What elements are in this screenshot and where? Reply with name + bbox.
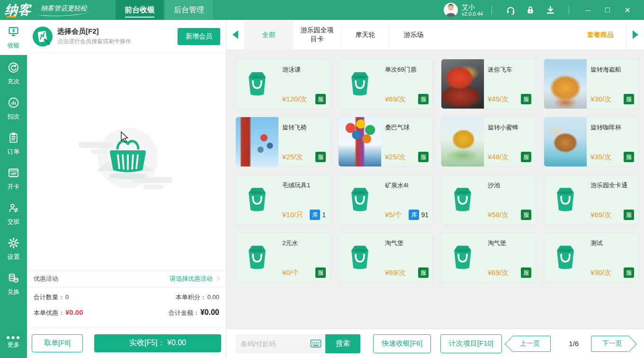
tab-back-office[interactable]: 后台管理 [165,0,213,20]
sidebar-item-shift[interactable]: 交班 [0,198,27,229]
close-button[interactable]: ✕ [620,3,635,17]
product-card[interactable]: 2元水 ¥0/个 服 [235,232,331,283]
amount-value: ¥0.00 [200,308,219,317]
product-card[interactable]: 旋转咖啡杯 ¥35/次 服 [544,117,639,167]
maximize-button[interactable]: □ [600,3,615,17]
svg-text:¥: ¥ [12,28,15,33]
next-page-button[interactable]: 下一页 [591,336,629,352]
product-image [339,117,381,166]
product-price: ¥10/只 [282,211,310,220]
tab-front-cashier[interactable]: 前台收银 [116,0,164,20]
product-type-badge: 服 [521,267,531,278]
product-type-badge: 服 [418,267,429,278]
member-panel: 选择会员[F2] 点击进行会员搜索或刷卡操作 新增会员 [27,20,226,358]
category-tab-all[interactable]: 全部 [244,20,293,49]
shopping-bag-icon [244,186,270,213]
sidebar-item-more[interactable]: ●●● 更多 [0,329,27,355]
support-headset-icon[interactable] [505,4,516,16]
sidebar-item-orders[interactable]: 订单 [0,128,27,159]
product-image [236,59,278,109]
minimize-button[interactable]: ─ [581,3,595,17]
product-card[interactable]: 单次69门票 ¥69/次 服 [338,59,433,109]
sidebar-item-cashier[interactable]: ¥ 收银 [0,20,27,55]
category-bar: 全部 游乐园全项目卡 摩天轮 游乐场 套餐商品 [226,20,644,49]
qty-value: 0 [65,294,69,301]
recharge-icon [7,61,20,76]
sidebar-item-recharge[interactable]: 充次 [0,58,27,89]
hold-order-button[interactable]: 取单[F8] [32,334,83,352]
download-icon[interactable] [545,4,556,16]
product-type-badge: 服 [418,152,429,162]
empty-cart-illustration [72,118,181,196]
lock-icon[interactable] [525,4,536,16]
product-price: ¥69/次 [385,95,418,104]
logo-tagline: 纳客管店更轻松 [38,4,90,16]
deduct-count-icon [7,96,20,111]
exchange-coins-icon [7,272,20,286]
product-card[interactable]: 沙池 ¥58/次 服 [441,174,536,225]
chevron-right-icon [215,276,220,281]
product-name: 游乐园全卡通 [590,181,634,190]
product-price: ¥45/次 [488,95,521,104]
app-logo: 纳客 纳客管店更轻松 [0,0,97,20]
product-image [236,117,278,166]
product-image [236,233,278,282]
product-card[interactable]: 测试 ¥30/次 服 [544,232,639,283]
pagination: 上一页 1/6 下一页 [507,336,635,352]
discount-label: 本单优惠： [34,309,64,317]
member-card-icon [33,27,53,46]
logo-text: 纳客 [5,1,31,18]
add-member-button[interactable]: 新增会员 [178,28,220,45]
product-card[interactable]: 矿泉水4l ¥5/个 库 91 [338,174,433,225]
settings-gear-icon [7,237,20,251]
count-item-button[interactable]: 计次项目[F10] [440,334,502,353]
sidebar-item-open-card[interactable]: VIP 开卡 [0,163,27,194]
product-name: 迷你飞车 [488,65,531,74]
product-card[interactable]: 毛绒玩具1 ¥10/只 库 1 [235,174,331,225]
keyboard-icon[interactable] [310,339,322,349]
product-type-badge: 库 [409,210,419,220]
qty-label: 合计数量： [34,293,64,302]
product-image [236,175,278,224]
product-type-badge: 服 [624,94,634,104]
catalog-panel: 全部 游乐园全项目卡 摩天轮 游乐场 套餐商品 [226,20,644,358]
product-card[interactable]: 旋转海盗船 ¥30/次 服 [544,59,639,109]
product-image [441,175,484,224]
category-tab-ferris-wheel[interactable]: 摩天轮 [341,20,389,49]
category-scroll-left-button[interactable] [226,20,244,49]
product-type-badge: 服 [521,152,531,162]
product-price: ¥48/次 [488,153,521,162]
product-card[interactable]: 迷你飞车 ¥45/次 服 [441,59,536,109]
product-card[interactable]: 淘气堡 ¥69/次 服 [338,232,433,283]
product-card[interactable]: 淘气堡 ¥69/次 服 [441,232,536,283]
product-price: ¥25/次 [282,153,315,162]
charge-button[interactable]: 实收[F5]： ¥0.00 [94,334,221,352]
sidebar-item-deduct[interactable]: 扣次 [0,93,27,124]
amount-label: 合计金额： [169,309,199,317]
quick-cashier-button[interactable]: 快速收银[F6] [373,334,431,353]
category-scroll-right-button[interactable] [626,20,644,49]
product-card[interactable]: 游乐园全卡通 ¥69/次 服 [544,174,639,225]
product-image [544,117,587,166]
stock-count: 1 [322,211,326,219]
page-indicator: 1/6 [569,340,579,348]
sidebar-item-exchange[interactable]: 兑换 [0,268,27,300]
prev-page-button[interactable]: 上一页 [513,336,551,352]
search-button[interactable]: 搜索 [325,334,360,353]
product-type-badge: 服 [624,152,634,162]
select-promo-link[interactable]: 请选择优惠活动 [170,275,219,283]
product-card[interactable]: 旋转飞椅 ¥25/次 服 [235,117,331,167]
select-member-header[interactable]: 选择会员[F2] 点击进行会员搜索或刷卡操作 新增会员 [27,20,226,53]
mouse-cursor [120,131,130,145]
category-tab-playground[interactable]: 游乐场 [389,20,438,49]
sidebar-item-settings[interactable]: 设置 [0,233,27,265]
user-info[interactable]: 艾小 v2.0.0.44 [444,3,483,17]
shopping-bag-icon [244,70,270,98]
category-tab-park-pass[interactable]: 游乐园全项目卡 [293,20,341,49]
product-card[interactable]: 游泳课 ¥120/次 服 [235,59,331,109]
product-type-badge: 服 [521,94,531,104]
product-card[interactable]: 桑巴气球 ¥25/次 服 [338,117,433,167]
category-tab-combo[interactable]: 套餐商品 [575,20,626,49]
product-type-badge: 服 [624,267,634,278]
product-card[interactable]: 旋转小蜜蜂 ¥48/次 服 [441,117,536,167]
